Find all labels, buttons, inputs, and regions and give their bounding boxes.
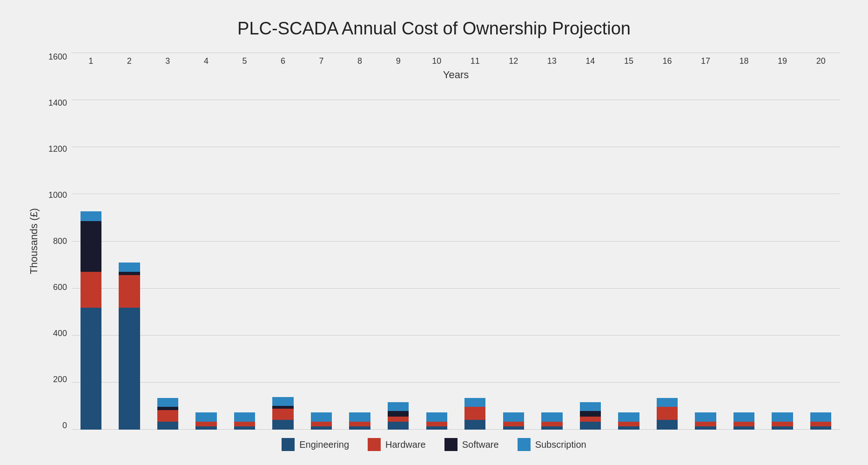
bar-group bbox=[302, 53, 341, 430]
bar-segment-software bbox=[580, 411, 601, 417]
bar-segment-hardware bbox=[733, 422, 754, 427]
y-tick: 400 bbox=[53, 329, 67, 337]
bar-segment-software bbox=[81, 221, 101, 272]
bar-segment-subscription bbox=[580, 402, 601, 411]
bar-stack bbox=[388, 402, 409, 430]
bar-segment-engineering bbox=[195, 426, 216, 430]
bar-stack bbox=[733, 412, 754, 430]
bar-segment-subscription bbox=[541, 412, 562, 421]
bar-segment-subscription bbox=[157, 398, 178, 407]
bars-row bbox=[72, 53, 840, 430]
bar-segment-subscription bbox=[618, 412, 639, 421]
bar-stack bbox=[618, 412, 639, 430]
bar-segment-hardware bbox=[503, 422, 524, 427]
bar-group bbox=[494, 53, 533, 430]
bar-group bbox=[801, 53, 840, 430]
bar-segment-engineering bbox=[272, 420, 293, 430]
bar-stack bbox=[772, 412, 793, 430]
bar-segment-engineering bbox=[426, 426, 447, 430]
bar-stack bbox=[81, 211, 101, 430]
bar-group bbox=[225, 53, 264, 430]
bar-segment-hardware bbox=[657, 407, 678, 420]
bar-segment-engineering bbox=[695, 426, 716, 430]
bar-segment-hardware bbox=[311, 422, 332, 427]
legend-label-subscription: Subscription bbox=[535, 439, 586, 450]
legend-swatch-hardware bbox=[368, 438, 381, 451]
bar-segment-hardware bbox=[272, 409, 293, 420]
bar-stack bbox=[657, 398, 678, 430]
bar-group bbox=[648, 53, 686, 430]
bar-segment-hardware bbox=[349, 422, 370, 427]
y-axis-label: Thousands (£) bbox=[28, 53, 40, 430]
bar-group bbox=[187, 53, 226, 430]
bar-segment-hardware bbox=[157, 410, 178, 422]
bar-segment-subscription bbox=[733, 412, 754, 421]
bar-segment-software bbox=[119, 272, 140, 275]
bar-segment-engineering bbox=[810, 426, 831, 430]
bar-segment-subscription bbox=[772, 412, 793, 421]
bar-stack bbox=[272, 397, 293, 430]
bar-segment-hardware bbox=[618, 422, 639, 427]
bar-segment-subscription bbox=[311, 412, 332, 421]
bar-group bbox=[763, 53, 802, 430]
y-tick: 800 bbox=[53, 237, 67, 245]
legend: EngineeringHardwareSoftwareSubscription bbox=[282, 438, 586, 451]
bar-segment-engineering bbox=[464, 420, 485, 430]
bar-segment-hardware bbox=[195, 422, 216, 427]
bar-segment-engineering bbox=[349, 426, 370, 430]
bar-segment-hardware bbox=[810, 422, 831, 427]
bar-group bbox=[148, 53, 187, 430]
bar-segment-hardware bbox=[772, 422, 793, 427]
bar-group bbox=[417, 53, 456, 430]
y-tick: 1600 bbox=[48, 53, 67, 61]
bar-segment-engineering bbox=[772, 426, 793, 430]
bar-segment-subscription bbox=[388, 402, 409, 411]
bar-segment-engineering bbox=[580, 422, 601, 430]
chart-area: Thousands (£) 16001400120010008006004002… bbox=[28, 53, 840, 430]
y-tick: 1000 bbox=[48, 191, 67, 199]
bar-segment-subscription bbox=[195, 412, 216, 421]
bar-stack bbox=[464, 398, 485, 430]
bar-stack bbox=[234, 412, 255, 430]
bar-stack bbox=[119, 263, 140, 430]
legend-item-engineering: Engineering bbox=[282, 438, 349, 451]
legend-item-hardware: Hardware bbox=[368, 438, 426, 451]
legend-swatch-engineering bbox=[282, 438, 295, 451]
bar-segment-subscription bbox=[657, 398, 678, 407]
bar-segment-hardware bbox=[426, 422, 447, 427]
bar-segment-subscription bbox=[426, 412, 447, 421]
bar-segment-subscription bbox=[234, 412, 255, 421]
bar-segment-engineering bbox=[234, 426, 255, 430]
bar-segment-engineering bbox=[311, 426, 332, 430]
bar-segment-engineering bbox=[733, 426, 754, 430]
bar-group bbox=[686, 53, 725, 430]
legend-swatch-subscription bbox=[518, 438, 531, 451]
legend-label-hardware: Hardware bbox=[385, 439, 426, 450]
bar-segment-subscription bbox=[695, 412, 716, 421]
bar-segment-hardware bbox=[388, 417, 409, 422]
bar-stack bbox=[195, 412, 216, 430]
bar-segment-hardware bbox=[234, 422, 255, 427]
legend-label-software: Software bbox=[462, 439, 499, 450]
bar-group bbox=[610, 53, 648, 430]
bar-segment-subscription bbox=[349, 412, 370, 421]
chart-title: PLC-SCADA Annual Cost of Ownership Proje… bbox=[237, 19, 631, 39]
bar-segment-engineering bbox=[388, 422, 409, 430]
y-axis: 16001400120010008006004002000 bbox=[44, 53, 72, 430]
bar-group bbox=[341, 53, 379, 430]
y-tick: 1200 bbox=[48, 145, 67, 153]
bar-segment-subscription bbox=[503, 412, 524, 421]
bar-stack bbox=[349, 412, 370, 430]
legend-item-software: Software bbox=[444, 438, 499, 451]
bar-group bbox=[533, 53, 572, 430]
y-tick: 200 bbox=[53, 375, 67, 384]
bar-segment-engineering bbox=[119, 308, 140, 430]
bar-segment-hardware bbox=[580, 417, 601, 422]
bar-segment-engineering bbox=[503, 426, 524, 430]
bar-group bbox=[72, 53, 110, 430]
bar-segment-hardware bbox=[541, 422, 562, 427]
bar-stack bbox=[541, 412, 562, 430]
bar-stack bbox=[695, 412, 716, 430]
plot-area: 1234567891011121314151617181920 Years bbox=[72, 53, 840, 430]
bar-group bbox=[725, 53, 763, 430]
